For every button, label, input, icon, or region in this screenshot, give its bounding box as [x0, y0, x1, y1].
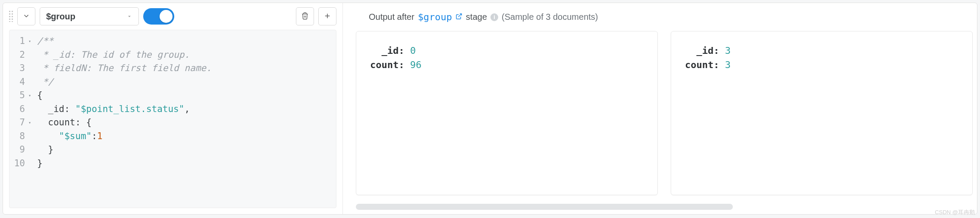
pipeline-stage-card: $group 1▾2345▾67▾8910 /**	[3, 3, 977, 215]
code-line: }	[37, 157, 212, 171]
stage-toolbar: $group	[3, 3, 342, 30]
code-line: _id: "$point_list.status",	[37, 103, 212, 116]
output-prefix: Output after	[369, 12, 415, 22]
document-card[interactable]: _id: 3count: 3	[671, 31, 973, 195]
external-link-icon[interactable]	[455, 12, 462, 22]
add-stage-button[interactable]	[318, 7, 336, 25]
code-line: * fieldN: The first field name.	[37, 62, 212, 75]
document-field: _id: 0	[370, 44, 644, 58]
stage-editor-pane: $group 1▾2345▾67▾8910 /**	[3, 3, 343, 214]
line-number: 6	[14, 103, 31, 116]
line-number: 10	[14, 157, 31, 171]
line-number: 8	[14, 130, 31, 143]
document-card[interactable]: _id: 0count: 96	[356, 31, 658, 195]
line-gutter: 1▾2345▾67▾8910	[9, 34, 34, 203]
delete-stage-button[interactable]	[296, 7, 314, 25]
document-field: _id: 3	[685, 44, 958, 58]
code-content: /** * _id: The id of the group. * fieldN…	[34, 34, 212, 203]
line-number: 3	[14, 62, 31, 75]
drag-handle-icon[interactable]	[9, 11, 13, 22]
chevron-down-icon	[22, 12, 30, 21]
stage-operator-select[interactable]: $group	[40, 7, 139, 25]
code-line: */	[37, 75, 212, 89]
trash-icon	[301, 12, 309, 21]
line-number: 1▾	[14, 34, 31, 48]
watermark-text: CSDN @耳冉鹅	[935, 209, 975, 216]
line-number: 9	[14, 143, 31, 157]
document-field: count: 3	[685, 58, 958, 72]
line-number: 7▾	[14, 116, 31, 130]
info-icon[interactable]: i	[490, 13, 498, 21]
stage-enabled-toggle[interactable]	[143, 8, 174, 25]
output-suffix: stage	[466, 12, 487, 22]
documents-list[interactable]: _id: 0count: 96 _id: 3count: 3	[343, 31, 977, 204]
code-editor[interactable]: 1▾2345▾67▾8910 /** * _id: The id of the …	[9, 30, 336, 208]
stage-operator-label: $group	[46, 12, 75, 22]
horizontal-scrollbar[interactable]	[356, 204, 964, 210]
output-header: Output after $group stage i (Sample of 3…	[343, 7, 977, 31]
code-line: {	[37, 89, 212, 103]
code-line: * _id: The id of the group.	[37, 48, 212, 62]
svg-line-2	[459, 14, 462, 17]
line-number: 2	[14, 48, 31, 62]
toggle-knob	[160, 10, 173, 23]
code-line: count: {	[37, 116, 212, 130]
document-field: count: 96	[370, 58, 644, 72]
fold-marker-icon[interactable]: ▾	[27, 119, 31, 126]
code-line: "$sum":1	[37, 130, 212, 143]
code-line: /**	[37, 34, 212, 48]
output-stage-name: $group	[418, 12, 452, 22]
stage-output-pane: Output after $group stage i (Sample of 3…	[343, 3, 977, 214]
line-number: 5▾	[14, 89, 31, 103]
fold-marker-icon[interactable]: ▾	[27, 38, 31, 44]
scrollbar-thumb[interactable]	[356, 204, 733, 210]
plus-icon	[324, 12, 331, 21]
sample-count-text: (Sample of 3 documents)	[502, 12, 598, 22]
code-line: }	[37, 143, 212, 157]
fold-marker-icon[interactable]: ▾	[27, 92, 31, 99]
line-number: 4	[14, 75, 31, 89]
collapse-button[interactable]	[17, 7, 35, 25]
caret-down-icon	[126, 12, 132, 22]
